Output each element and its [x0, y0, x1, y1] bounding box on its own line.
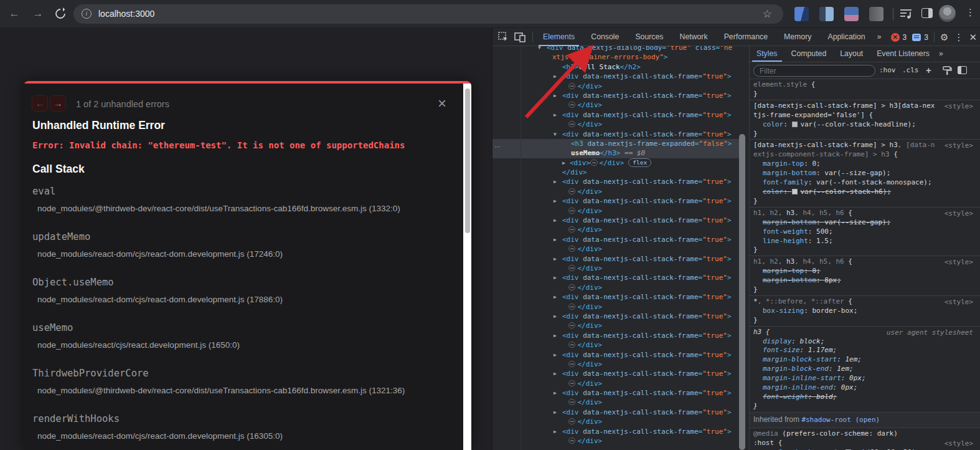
- expand-arrow-icon[interactable]: ▶: [554, 292, 557, 302]
- site-info-icon[interactable]: i: [82, 9, 92, 19]
- expand-arrow-icon[interactable]: ▶: [554, 72, 557, 81]
- tree-line[interactable]: ▶<div data-nextjs-call-stack-frame="true…: [492, 72, 739, 81]
- tree-line[interactable]: ▶<div data-nextjs-call-stack-frame="true…: [492, 427, 739, 436]
- css-property[interactable]: margin-block-end: 1em;: [753, 365, 977, 374]
- tree-line[interactable]: ▶<div data-nextjs-call-stack-frame="true…: [492, 408, 739, 417]
- expand-arrow-icon[interactable]: ▶: [554, 110, 557, 120]
- tree-line[interactable]: <h2>Call Stack</h2>: [492, 62, 739, 72]
- css-property[interactable]: font-weight: bold;: [753, 393, 977, 402]
- styles-tab-event-listeners[interactable]: Event Listeners: [870, 46, 936, 62]
- address-bar[interactable]: i localhost:3000 ☆: [73, 4, 783, 24]
- error-count[interactable]: 3: [903, 33, 907, 42]
- devtools-tab-console[interactable]: Console: [583, 28, 627, 46]
- tree-line[interactable]: ⋯</div>: [492, 340, 739, 350]
- media-controls-icon[interactable]: [899, 7, 913, 20]
- expand-arrow-icon[interactable]: ▶: [554, 254, 557, 264]
- css-property[interactable]: margin-top: 0;: [753, 160, 977, 169]
- expand-arrow-icon[interactable]: ▶: [554, 235, 557, 244]
- message-count[interactable]: 3: [924, 33, 928, 42]
- tree-line[interactable]: ⋯</div>: [492, 100, 739, 110]
- css-property[interactable]: margin-bottom: var(--size-gap);: [753, 169, 977, 178]
- node-menu-dots-icon[interactable]: ⋯: [494, 143, 501, 150]
- side-panel-icon[interactable]: [921, 8, 933, 18]
- tree-line[interactable]: ⋯</div>: [492, 187, 739, 196]
- rule-origin[interactable]: <style>: [945, 298, 973, 307]
- more-sidebar-tabs-icon[interactable]: »: [936, 46, 946, 62]
- tree-line[interactable]: ⋯</div>: [492, 244, 739, 254]
- css-rule[interactable]: <style>[data-nextjs-call-stack-frame] > …: [750, 100, 980, 140]
- css-rule[interactable]: <style>h1, h2, h3, h4, h5, h6 {margin-to…: [750, 256, 980, 296]
- next-error-button[interactable]: →: [50, 95, 66, 112]
- css-property[interactable]: box-sizing: border-box;: [753, 307, 977, 316]
- css-rule[interactable]: element.style {}: [750, 79, 980, 100]
- css-property[interactable]: margin-top: 0;: [753, 267, 977, 276]
- expand-arrow-icon[interactable]: ▶: [554, 196, 557, 206]
- console-error-badge-icon[interactable]: ✕: [891, 33, 900, 42]
- css-rule[interactable]: <style>*, *::before, *::after {box-sizin…: [750, 296, 980, 327]
- stack-frame[interactable]: evalnode_modules/@thirdweb-dev/react-cor…: [32, 186, 437, 213]
- expand-arrow-icon[interactable]: ▶: [554, 273, 557, 282]
- tree-line[interactable]: ▼<div data-nextjs-dialog-body="true" cla…: [492, 46, 739, 52]
- css-property[interactable]: color: var(--color-stack-h6);: [753, 188, 977, 197]
- tree-line[interactable]: ▶<div data-nextjs-call-stack-frame="true…: [492, 292, 739, 302]
- reload-icon[interactable]: [54, 7, 67, 21]
- rule-origin[interactable]: <style>: [945, 258, 973, 267]
- tree-line[interactable]: ▶<div>⋯</div>flex: [492, 158, 739, 168]
- expand-arrow-icon[interactable]: ▶: [554, 408, 557, 417]
- stack-frame[interactable]: useMemonode_modules/react/cjs/react.deve…: [32, 322, 437, 350]
- expand-arrow-icon[interactable]: ▶: [554, 350, 557, 360]
- settings-gear-icon[interactable]: ⚙: [940, 32, 948, 43]
- tree-line[interactable]: ⋯</div>: [492, 436, 739, 446]
- expand-arrow-icon[interactable]: ▶: [554, 369, 557, 378]
- css-property[interactable]: line-height: 1.5;: [753, 237, 977, 246]
- devtools-tab-elements[interactable]: Elements: [535, 28, 583, 46]
- url-text[interactable]: localhost:3000: [98, 9, 154, 19]
- inspect-element-icon[interactable]: [498, 32, 509, 42]
- stack-frame[interactable]: renderWithHooksnode_modules/react-dom/cj…: [32, 413, 437, 441]
- devtools-tab-performance[interactable]: Performance: [716, 28, 776, 46]
- rule-origin[interactable]: <style>: [945, 102, 973, 112]
- close-devtools-icon[interactable]: ✕: [969, 32, 977, 43]
- previous-error-button[interactable]: ←: [32, 95, 48, 112]
- class-toggle[interactable]: .cls: [902, 66, 919, 74]
- tree-line[interactable]: ⋯</div>: [492, 398, 739, 407]
- devtools-menu-icon[interactable]: ⋮: [954, 32, 963, 43]
- tree-line[interactable]: xtjs-container-errors-body">: [492, 52, 739, 62]
- expand-arrow-icon[interactable]: ▶: [554, 388, 557, 398]
- device-toolbar-icon[interactable]: [514, 32, 525, 42]
- tree-line[interactable]: ⋯</div>: [492, 82, 739, 91]
- tree-line[interactable]: ▶<div data-nextjs-call-stack-frame="true…: [492, 177, 739, 186]
- tree-line[interactable]: ▶<div data-nextjs-call-stack-frame="true…: [492, 312, 739, 321]
- expand-arrow-icon[interactable]: ▶: [562, 158, 565, 168]
- elements-scrollbar-thumb[interactable]: [739, 134, 745, 450]
- expand-arrow-icon[interactable]: ▶: [554, 91, 557, 100]
- css-property[interactable]: font-family: var(--font-stack-monospace)…: [753, 178, 977, 188]
- stack-frame[interactable]: Object.useMemonode_modules/react-dom/cjs…: [32, 277, 437, 304]
- styles-tab-styles[interactable]: Styles: [750, 46, 784, 62]
- css-property[interactable]: color: var(--color-stack-headline);: [753, 120, 977, 130]
- tree-line[interactable]: ▶<div data-nextjs-call-stack-frame="true…: [492, 110, 739, 120]
- stack-frame[interactable]: ThirdwebProviderCorenode_modules/@thirdw…: [32, 368, 437, 395]
- devtools-tab-network[interactable]: Network: [672, 28, 716, 46]
- tree-line[interactable]: ⋯</div>: [492, 283, 739, 292]
- rule-origin[interactable]: <style>: [945, 141, 973, 151]
- expand-arrow-icon[interactable]: ▶: [554, 177, 557, 186]
- collapse-arrow-icon[interactable]: ▼: [554, 130, 557, 139]
- tree-line[interactable]: ▶<div data-nextjs-call-stack-frame="true…: [492, 350, 739, 360]
- expand-arrow-icon[interactable]: ▶: [554, 216, 557, 225]
- back-icon[interactable]: ←: [7, 7, 21, 21]
- css-property[interactable]: margin-bottom: 8px;: [753, 276, 977, 285]
- tree-line[interactable]: ▼<div data-nextjs-call-stack-frame="true…: [492, 130, 739, 139]
- color-swatch-icon[interactable]: [792, 189, 798, 194]
- dialog-scrollbar-track[interactable]: [463, 84, 471, 450]
- tree-line[interactable]: ⋯</div>: [492, 417, 739, 426]
- close-dialog-icon[interactable]: ×: [438, 95, 446, 112]
- devtools-tab-memory[interactable]: Memory: [776, 28, 819, 46]
- css-property[interactable]: font-weight: 500;: [753, 227, 977, 237]
- tree-line[interactable]: ⋯</div>: [492, 379, 739, 388]
- browser-menu-icon[interactable]: ⋮: [966, 7, 975, 18]
- console-message-badge-icon[interactable]: [912, 34, 921, 41]
- tree-line[interactable]: ⋯</div>: [492, 360, 739, 369]
- tree-line[interactable]: ⋯</div>: [492, 120, 739, 129]
- css-rule[interactable]: user agent stylesheeth3 {display: block;…: [750, 327, 980, 413]
